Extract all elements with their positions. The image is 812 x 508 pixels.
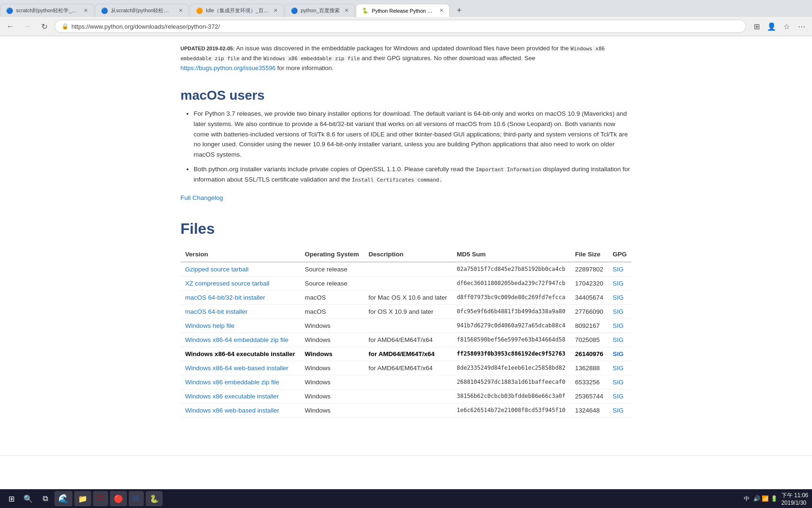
tab-1[interactable]: 🔵 scratch到python轻松学_百度百... ✕ (0, 4, 94, 17)
file-version-link[interactable]: Windows x86 embeddable zip file (185, 379, 279, 386)
lock-icon: 🔒 (62, 23, 69, 30)
table-row: Windows x86-64 web-based installerWindow… (180, 361, 632, 375)
sig-link[interactable]: SIG (613, 280, 624, 287)
file-gpg-cell[interactable]: SIG (608, 318, 632, 333)
tab-4[interactable]: 🔵 python_百度搜索 ✕ (285, 4, 355, 17)
extensions-button[interactable]: ⋯ (795, 20, 808, 33)
table-row: Windows x86 web-based installerWindows1e… (180, 403, 632, 417)
translate-button[interactable]: ⊞ (750, 20, 763, 33)
notice-text2: for more information. (277, 64, 334, 71)
full-changelog-link[interactable]: Full Changelog (180, 194, 223, 201)
tab-2-favicon: 🔵 (101, 8, 108, 14)
files-table: Version Operating System Description MD5… (180, 247, 632, 418)
file-os-cell: Windows (300, 403, 364, 417)
tab-1-favicon: 🔵 (6, 8, 13, 14)
file-desc-cell: for Mac OS X 10.6 and later (364, 290, 452, 304)
file-version-cell[interactable]: Windows x86 embeddable zip file (180, 375, 300, 389)
file-version-cell[interactable]: XZ compressed source tarball (180, 276, 300, 290)
tab-3[interactable]: 🟠 Idle（集成开发环境）_百度百科 ✕ (190, 4, 284, 17)
sig-link[interactable]: SIG (613, 294, 624, 301)
file-size-cell: 17042320 (570, 276, 608, 290)
file-gpg-cell[interactable]: SIG (608, 290, 632, 304)
file-version-cell[interactable]: Windows x86-64 web-based installer (180, 361, 300, 375)
tab-5-label: Python Release Python 3.7.2 | P... (372, 8, 435, 14)
file-gpg-cell[interactable]: SIG (608, 347, 632, 361)
new-tab-button[interactable]: + (453, 4, 466, 17)
file-md5-cell: 26881045297dc1883a1d61baffeecaf0 (452, 375, 570, 389)
file-version-cell[interactable]: Windows help file (180, 318, 300, 333)
file-gpg-cell[interactable]: SIG (608, 361, 632, 375)
file-version-cell[interactable]: Windows x86 web-based installer (180, 403, 300, 417)
refresh-button[interactable]: ↻ (38, 20, 51, 33)
profile-button[interactable]: 👤 (765, 20, 778, 33)
file-gpg-cell[interactable]: SIG (608, 304, 632, 318)
file-version-cell[interactable]: Windows x86-64 embeddable zip file (180, 333, 300, 347)
sig-link[interactable]: SIG (613, 350, 624, 357)
tab-4-favicon: 🔵 (291, 8, 298, 14)
tab-2-close[interactable]: ✕ (179, 8, 183, 14)
tab-5-close[interactable]: ✕ (439, 8, 444, 14)
col-filesize: File Size (570, 247, 608, 262)
sig-link[interactable]: SIG (613, 407, 624, 414)
file-version-link[interactable]: Windows x86 executable installer (185, 393, 279, 400)
bug-link[interactable]: https://bugs.python.org/issue35596 (180, 64, 275, 71)
file-size-cell: 6533256 (570, 375, 608, 389)
file-version-link[interactable]: Gzipped source tarball (185, 266, 249, 273)
sig-link[interactable]: SIG (613, 266, 624, 273)
table-row: XZ compressed source tarballSource relea… (180, 276, 632, 290)
file-version-link[interactable]: Windows help file (185, 322, 234, 329)
file-version-link[interactable]: Windows x86-64 web-based installer (185, 365, 289, 372)
file-version-link[interactable]: macOS 64-bit/32-bit installer (185, 294, 265, 301)
file-version-link[interactable]: Windows x86 web-based installer (185, 407, 279, 414)
page-content: UPDATED 2019-02-05: An issue was discove… (124, 36, 688, 437)
file-version-cell[interactable]: macOS 64-bit installer (180, 304, 300, 318)
tab-3-close[interactable]: ✕ (273, 8, 278, 14)
favorites-button[interactable]: ☆ (780, 20, 793, 33)
tab-2[interactable]: 🔵 从scratch到python轻松学的搜索 ✕ (95, 4, 189, 17)
forward-button[interactable]: → (21, 20, 34, 33)
file-gpg-cell[interactable]: SIG (608, 276, 632, 290)
file-os-cell: Windows (300, 389, 364, 403)
sig-link[interactable]: SIG (613, 308, 624, 315)
macos-section: macOS users For Python 3.7 releases, we … (180, 88, 632, 184)
file-gpg-cell[interactable]: SIG (608, 403, 632, 417)
file-gpg-cell[interactable]: SIG (608, 389, 632, 403)
file-size-cell: 1362888 (570, 361, 608, 375)
sig-link[interactable]: SIG (613, 393, 624, 400)
col-md5: MD5 Sum (452, 247, 570, 262)
file-version-link[interactable]: XZ compressed source tarball (185, 280, 269, 287)
tab-3-label: Idle（集成开发环境）_百度百科 (206, 7, 269, 14)
tab-1-close[interactable]: ✕ (84, 8, 88, 14)
file-version-cell[interactable]: Windows x86 executable installer (180, 389, 300, 403)
sig-link[interactable]: SIG (613, 336, 624, 343)
sig-link[interactable]: SIG (613, 322, 624, 329)
file-version-cell[interactable]: macOS 64-bit/32-bit installer (180, 290, 300, 304)
file-version-link[interactable]: macOS 64-bit installer (185, 308, 248, 315)
file-size-cell: 26140976 (570, 347, 608, 361)
tab-5-favicon: 🐍 (362, 8, 369, 14)
url-bar[interactable]: 🔒 https://www.python.org/downloads/relea… (55, 20, 746, 33)
file-gpg-cell[interactable]: SIG (608, 375, 632, 389)
table-row: Windows x86-64 executable installerWindo… (180, 347, 632, 361)
file-version-cell[interactable]: Gzipped source tarball (180, 262, 300, 277)
file-md5-cell: d8ff07973bc9c009de80c269fd7efcca (452, 290, 570, 304)
sig-link[interactable]: SIG (613, 379, 624, 386)
address-bar: ← → ↻ 🔒 https://www.python.org/downloads… (0, 17, 812, 36)
file-desc-cell: for AMD64/EM64T/x64 (364, 333, 452, 347)
file-gpg-cell[interactable]: SIG (608, 333, 632, 347)
file-desc-cell (364, 403, 452, 417)
file-version-link[interactable]: Windows x86-64 embeddable zip file (185, 336, 289, 343)
tab-bar: 🔵 scratch到python轻松学_百度百... ✕ 🔵 从scratch到… (0, 0, 812, 17)
macos-bullets: For Python 3.7 releases, we provide two … (194, 109, 632, 184)
back-button[interactable]: ← (4, 20, 17, 33)
tab-4-close[interactable]: ✕ (344, 8, 349, 14)
tab-5[interactable]: 🐍 Python Release Python 3.7.2 | P... ✕ (356, 4, 450, 17)
table-row: Windows help fileWindows941b7d6279c0d406… (180, 318, 632, 333)
file-os-cell: Source release (300, 276, 364, 290)
file-version-cell: Windows x86-64 executable installer (180, 347, 300, 361)
tab-2-label: 从scratch到python轻松学的搜索 (111, 7, 174, 14)
file-size-cell: 22897802 (570, 262, 608, 277)
sig-link[interactable]: SIG (613, 365, 624, 372)
file-gpg-cell[interactable]: SIG (608, 262, 632, 277)
file-md5-cell: ff258093f0b3953c886192dec9f52763 (452, 347, 570, 361)
